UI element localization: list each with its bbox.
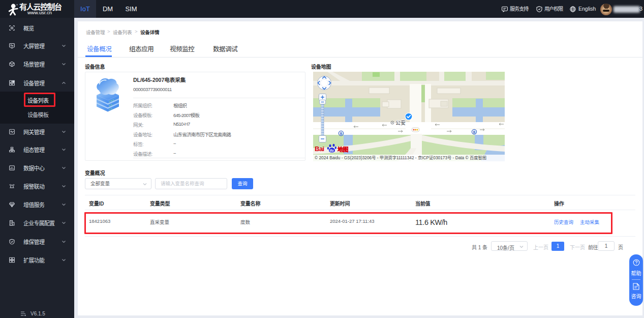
svg-text:公安: 公安 <box>395 120 406 126</box>
svg-text:B: B <box>340 132 343 135</box>
svg-text:du: du <box>330 149 334 152</box>
svg-text:© 2024 Baidu - GS(2023)3206号 -: © 2024 Baidu - GS(2023)3206号 - 甲测资字11111… <box>315 155 486 160</box>
svg-text:地图: 地图 <box>338 146 348 153</box>
svg-text:Bai: Bai <box>315 145 324 153</box>
svg-text:B: B <box>473 130 476 134</box>
